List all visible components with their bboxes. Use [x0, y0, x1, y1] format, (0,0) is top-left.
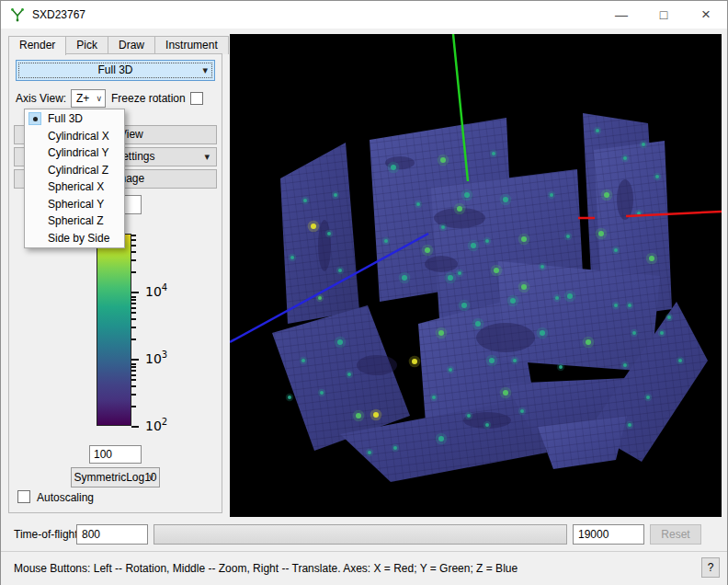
- mantid-app-icon: [10, 7, 25, 22]
- scale-type-value: SymmetricLog10: [74, 471, 156, 484]
- dropdown-arrow-icon: ▾: [204, 148, 210, 166]
- status-bar: Mouse Buttons: Left -- Rotation, Middle …: [1, 551, 727, 585]
- tof-label: Time-of-flight: [14, 528, 78, 541]
- scale-type-combobox[interactable]: SymmetricLog10 ∨: [71, 467, 160, 488]
- projection-combobox[interactable]: Full 3D ▾: [16, 60, 215, 81]
- menu-item-full-3d[interactable]: Full 3D: [25, 110, 124, 128]
- freeze-rotation-checkbox[interactable]: [190, 92, 203, 105]
- autoscaling-checkbox[interactable]: [17, 490, 30, 503]
- axis-view-value: Z+: [76, 92, 89, 105]
- tof-min-input[interactable]: 800: [76, 524, 148, 545]
- tof-max-input[interactable]: 19000: [573, 524, 644, 545]
- window-title: SXD23767: [32, 1, 85, 29]
- menu-item-spherical-x[interactable]: Spherical X: [25, 178, 124, 196]
- colorbar-label-1e2: 102: [145, 417, 167, 433]
- tab-render[interactable]: Render: [8, 36, 66, 55]
- tab-instrument[interactable]: Instrument: [154, 36, 229, 54]
- time-of-flight-bar: Time-of-flight 800 19000 Reset: [1, 521, 727, 551]
- tab-draw[interactable]: Draw: [108, 36, 155, 54]
- autoscaling-label: Autoscaling: [37, 491, 94, 504]
- instrument-3d-viewport[interactable]: [230, 34, 722, 517]
- tof-range-slider[interactable]: [154, 524, 567, 545]
- axis-view-combobox[interactable]: Z+ ∨: [71, 89, 106, 108]
- tab-bar: Render Pick Draw Instrument: [8, 36, 228, 54]
- colorbar-ticks: [131, 234, 141, 426]
- chevron-down-icon: ∨: [96, 90, 102, 107]
- help-button[interactable]: ?: [701, 557, 720, 578]
- colorbar-label-1e4: 104: [145, 282, 167, 299]
- scale-min-input[interactable]: 100: [89, 445, 142, 464]
- axis-view-label: Axis View:: [16, 92, 66, 105]
- menu-item-spherical-z[interactable]: Spherical Z: [25, 212, 124, 230]
- maximize-button[interactable]: □: [643, 1, 685, 29]
- menu-item-spherical-y[interactable]: Spherical Y: [25, 196, 124, 213]
- close-button[interactable]: ×: [685, 1, 727, 29]
- menu-item-cylindrical-x[interactable]: Cylindrical X: [25, 128, 124, 145]
- menu-item-side-by-side[interactable]: Side by Side: [25, 230, 124, 247]
- projection-value: Full 3D: [97, 63, 132, 76]
- colorbar-label-1e3: 103: [145, 350, 167, 366]
- minimize-button[interactable]: —: [600, 1, 643, 29]
- menu-item-cylindrical-z[interactable]: Cylindrical Z: [25, 162, 124, 179]
- title-bar[interactable]: SXD23767 — □ ×: [1, 1, 727, 29]
- status-text: Mouse Buttons: Left -- Rotation, Middle …: [14, 562, 518, 575]
- dropdown-arrow-icon: ▾: [202, 61, 208, 80]
- tab-pick[interactable]: Pick: [65, 36, 108, 54]
- tof-reset-button[interactable]: Reset: [650, 524, 701, 545]
- freeze-rotation-label: Freeze rotation: [111, 92, 186, 105]
- colorbar: [97, 234, 131, 426]
- selected-radio-icon: [28, 112, 41, 125]
- instrument-view-window: SXD23767 — □ × Render Pick Draw Instrume…: [0, 0, 728, 585]
- axis-view-row: Axis View: Z+ ∨ Freeze rotation: [16, 89, 218, 108]
- chevron-down-icon: ∨: [148, 468, 154, 487]
- menu-item-cylindrical-y[interactable]: Cylindrical Y: [25, 144, 124, 162]
- projection-dropdown-menu: Full 3D Cylindrical X Cylindrical Y Cyli…: [24, 109, 125, 248]
